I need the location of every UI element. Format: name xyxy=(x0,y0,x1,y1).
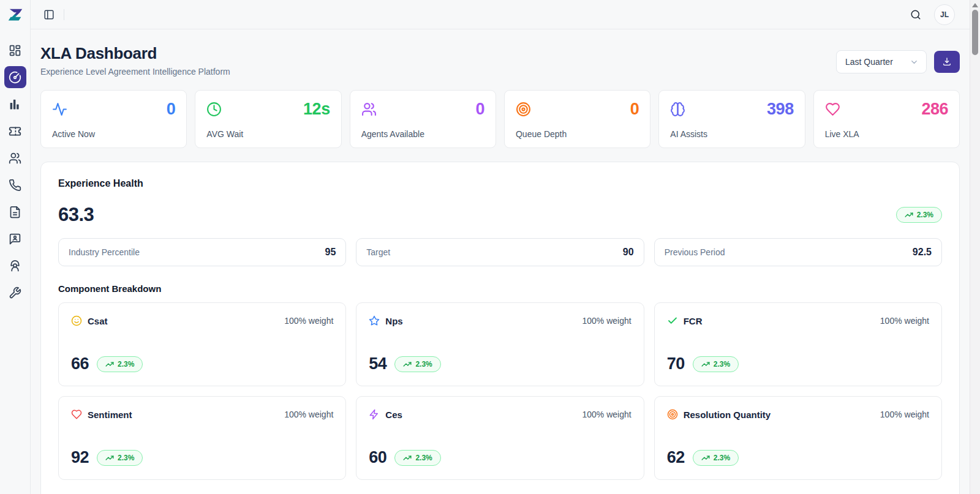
sidebar-nav xyxy=(4,29,26,304)
download-icon xyxy=(942,57,952,67)
search-button[interactable] xyxy=(906,5,925,24)
stat-card-ai-assists: 398 AI Assists xyxy=(658,90,805,148)
users-icon xyxy=(9,152,21,165)
stat-label: Agents Available xyxy=(361,129,484,139)
page-subtitle: Experience Level Agreement Intelligence … xyxy=(40,67,230,77)
component-name: Sentiment xyxy=(88,410,132,420)
sidebar-item-teams[interactable] xyxy=(4,147,26,169)
export-download-button[interactable] xyxy=(934,51,960,73)
component-value: 92 xyxy=(71,448,89,467)
component-value: 62 xyxy=(667,448,685,467)
topbar: JL xyxy=(31,0,970,29)
component-weight: 100% weight xyxy=(880,316,929,326)
sidebar-item-xla-dashboard[interactable] xyxy=(4,66,26,88)
sidebar-item-settings[interactable] xyxy=(4,282,26,304)
sidebar-item-tickets[interactable] xyxy=(4,120,26,142)
ticket-icon xyxy=(9,125,21,138)
component-breakdown-title: Component Breakdown xyxy=(58,283,942,294)
sidebar-item-dashboard[interactable] xyxy=(4,39,26,61)
chevron-down-icon xyxy=(910,58,919,67)
metric-industry-percentile: Industry Percentile 95 xyxy=(58,238,346,266)
stat-card-avg-wait: 12s AVG Wait xyxy=(195,90,341,148)
component-trend-badge: 2.3% xyxy=(693,356,739,372)
trend-value: 2.3% xyxy=(917,211,933,219)
component-trend-badge: 2.3% xyxy=(394,356,440,372)
health-trend-badge: 2.3% xyxy=(896,207,942,223)
trend-value: 2.3% xyxy=(714,360,730,369)
smile-icon xyxy=(71,315,82,326)
component-value: 60 xyxy=(369,448,386,467)
dashboard-grid-icon xyxy=(9,44,21,57)
component-weight: 100% weight xyxy=(284,316,333,326)
trending-up-icon xyxy=(701,454,710,462)
star-icon xyxy=(369,315,380,326)
component-card-sentiment: Sentiment 100% weight 92 2.3% xyxy=(58,396,346,480)
scroll-up-arrow[interactable] xyxy=(972,3,978,7)
stat-value: 286 xyxy=(921,100,948,119)
sidebar-item-documents[interactable] xyxy=(4,201,26,223)
component-weight: 100% weight xyxy=(880,410,929,419)
z-logo-icon xyxy=(6,6,24,24)
document-icon xyxy=(9,206,21,219)
header-actions: Last Quarter xyxy=(836,44,960,73)
bar-chart-icon xyxy=(9,98,21,111)
sidebar-item-agents[interactable] xyxy=(4,255,26,277)
check-icon xyxy=(667,315,678,326)
period-select[interactable]: Last Quarter xyxy=(836,50,927,73)
page-content: XLA Dashboard Experience Level Agreement… xyxy=(31,29,970,494)
period-select-value: Last Quarter xyxy=(845,57,893,67)
metric-label: Target xyxy=(366,247,390,257)
agent-headset-icon xyxy=(9,260,21,272)
main-column: JL XLA Dashboard Experience Level Agreem… xyxy=(31,0,970,494)
stat-label: AI Assists xyxy=(670,129,793,139)
component-trend-badge: 2.3% xyxy=(97,356,143,372)
component-name: Resolution Quantity xyxy=(684,410,771,420)
component-weight: 100% weight xyxy=(582,410,631,419)
component-name: FCR xyxy=(684,316,703,326)
stats-row: 0 Active Now 12s AVG Wait 0 xyxy=(40,90,960,148)
user-avatar[interactable]: JL xyxy=(934,4,955,25)
zap-icon xyxy=(369,409,380,420)
metric-target: Target 90 xyxy=(356,238,644,266)
metric-row: Industry Percentile 95 Target 90 Previou… xyxy=(58,238,942,266)
component-name: Nps xyxy=(385,316,402,326)
sidebar-item-reports[interactable] xyxy=(4,93,26,115)
metric-previous-period: Previous Period 92.5 xyxy=(654,238,942,266)
vertical-scrollbar[interactable] xyxy=(970,0,980,494)
trend-value: 2.3% xyxy=(118,454,134,462)
app-logo[interactable] xyxy=(0,0,31,29)
component-value: 66 xyxy=(71,354,89,373)
trending-up-icon xyxy=(701,360,710,369)
component-name: Csat xyxy=(88,316,108,326)
trending-up-icon xyxy=(905,211,913,219)
stat-card-queue-depth: 0 Queue Depth xyxy=(504,90,650,148)
sidebar-item-conversations[interactable] xyxy=(4,228,26,250)
stat-label: Live XLA xyxy=(825,129,948,139)
stat-value: 12s xyxy=(303,100,330,119)
chat-user-icon xyxy=(9,233,21,245)
heart-icon xyxy=(71,409,82,420)
trending-up-icon xyxy=(403,454,412,462)
component-trend-badge: 2.3% xyxy=(394,450,440,466)
trend-value: 2.3% xyxy=(415,360,432,369)
trending-up-icon xyxy=(403,360,412,369)
metric-label: Industry Percentile xyxy=(69,247,140,257)
metric-value: 92.5 xyxy=(913,247,932,258)
sidebar-toggle-button[interactable] xyxy=(40,6,58,23)
metric-value: 95 xyxy=(325,247,336,258)
score-row: 63.3 2.3% xyxy=(58,204,942,226)
trending-up-icon xyxy=(105,360,114,369)
sidebar-item-calls[interactable] xyxy=(4,174,26,196)
metric-label: Previous Period xyxy=(665,247,725,257)
target-icon xyxy=(516,102,531,117)
component-value: 54 xyxy=(369,354,386,373)
stat-label: Active Now xyxy=(52,129,175,139)
trend-value: 2.3% xyxy=(415,454,432,462)
scrollbar-thumb[interactable] xyxy=(972,10,978,55)
experience-health-panel: Experience Health 63.3 2.3% Industry Per… xyxy=(40,162,960,494)
stat-card-agents-available: 0 Agents Available xyxy=(350,90,496,148)
component-trend-badge: 2.3% xyxy=(693,450,739,466)
phone-icon xyxy=(9,179,21,192)
page-title: XLA Dashboard xyxy=(40,44,230,63)
component-name: Ces xyxy=(385,410,402,420)
